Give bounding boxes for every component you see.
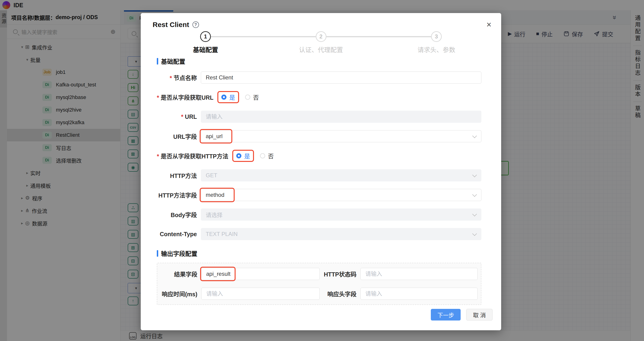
section-bar [157, 58, 158, 64]
chevron-down-icon [472, 212, 477, 216]
field-label: 结果字段 [160, 270, 197, 278]
radio-yes[interactable] [236, 153, 242, 158]
section-title: 基础配置 [161, 57, 185, 66]
step-number: 2 [320, 33, 322, 40]
step-label: 基础配置 [193, 45, 218, 54]
radio-yes-label: 是 [244, 152, 250, 160]
close-icon[interactable]: × [486, 20, 492, 29]
step-1[interactable]: 1 基础配置 [200, 31, 211, 42]
field-label: 是否从字段获取HTTP方法 [157, 152, 228, 160]
response-header-input[interactable] [360, 288, 478, 300]
next-step-button[interactable]: 下一步 [431, 309, 461, 320]
section-bar [157, 250, 158, 257]
field-label: HTTP状态码 [320, 270, 356, 278]
radio-no-label: 否 [253, 93, 259, 101]
field-url-from-field: 是否从字段获取URL 是 否 [157, 91, 481, 103]
step-number: 3 [435, 33, 438, 40]
field-label: 响应头字段 [320, 290, 356, 298]
field-method-from-field: 是否从字段获取HTTP方法 是 否 [157, 150, 481, 162]
field-label: 是否从字段获取URL [157, 93, 214, 101]
field-label: URL [157, 114, 197, 120]
help-icon[interactable]: ? [192, 22, 199, 28]
field-url-field: URL字段 api_url [157, 130, 481, 142]
http-method-select: GET [201, 169, 481, 182]
select-placeholder: 请选择 [206, 210, 222, 219]
annotation-box: 是 [232, 150, 254, 162]
step-2[interactable]: 2 认证、代理配置 [316, 31, 326, 42]
node-name-input[interactable] [201, 72, 481, 84]
rest-client-dialog: Rest Client ? × 1 基础配置 2 认证、代理配置 3 请求头、参… [141, 13, 501, 330]
select-value: method [206, 192, 224, 198]
select-value: GET [206, 172, 217, 179]
chevron-down-icon [472, 231, 477, 236]
dialog-title: Rest Client [152, 21, 189, 29]
field-label: URL字段 [157, 132, 197, 140]
response-time-input[interactable] [201, 288, 320, 300]
field-label: Body字段 [157, 210, 197, 219]
radio-no[interactable] [260, 153, 265, 158]
field-content-type: Content-Type TEXT PLAIN [157, 228, 481, 240]
radio-yes-label: 是 [229, 93, 235, 101]
step-3[interactable]: 3 请求头、参数 [431, 31, 442, 42]
field-http-method-field: HTTP方法字段 method [157, 189, 481, 201]
select-value: api_url [206, 133, 222, 140]
http-status-input[interactable] [360, 268, 478, 280]
radio-yes[interactable] [221, 94, 226, 100]
section-title: 输出字段配置 [161, 249, 197, 258]
field-label: Content-Type [157, 231, 197, 238]
annotation-box: 是 [218, 91, 239, 103]
body-field-select: 请选择 [201, 208, 481, 220]
section-basic-config: 基础配置 [157, 57, 481, 66]
step-label: 认证、代理配置 [299, 45, 343, 54]
field-http-method: HTTP方法 GET [157, 169, 481, 182]
cancel-button[interactable]: 取 消 [466, 309, 492, 320]
field-label: HTTP方法 [157, 171, 197, 180]
step-connector [211, 36, 316, 37]
field-body-field: Body字段 请选择 [157, 208, 481, 220]
step-number: 1 [204, 33, 207, 40]
chevron-down-icon [472, 192, 477, 197]
field-label: 响应时间(ms) [160, 290, 197, 298]
result-field-input[interactable] [201, 268, 320, 280]
chevron-down-icon [472, 134, 477, 138]
section-output-config: 输出字段配置 [157, 249, 481, 258]
url-input [201, 111, 481, 123]
select-value: TEXT PLAIN [206, 231, 238, 237]
step-connector [326, 36, 431, 37]
field-url: URL [157, 111, 481, 123]
step-wizard: 1 基础配置 2 认证、代理配置 3 请求头、参数 [141, 31, 501, 42]
chevron-down-icon [472, 172, 477, 177]
content-type-select: TEXT PLAIN [201, 228, 481, 240]
step-label: 请求头、参数 [418, 45, 455, 54]
radio-no[interactable] [245, 94, 250, 100]
field-label: 节点名称 [157, 73, 197, 82]
url-field-select[interactable]: api_url [201, 130, 481, 142]
output-fields-group: 结果字段 HTTP状态码 响应时间(ms) 响应头字段 [157, 263, 481, 305]
field-label: HTTP方法字段 [157, 191, 197, 199]
field-node-name: 节点名称 [157, 72, 481, 84]
http-method-field-select[interactable]: method [201, 189, 481, 201]
radio-no-label: 否 [268, 152, 274, 160]
